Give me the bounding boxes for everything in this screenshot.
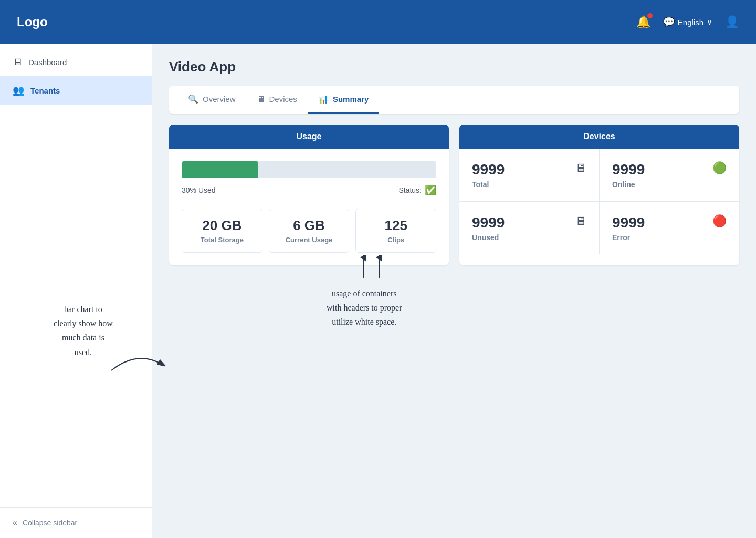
dashboard-icon: 🖥 [13, 57, 22, 68]
usage-card: Usage 30% Used Status: ✅ 20 GB [169, 125, 449, 265]
tab-overview[interactable]: 🔍 Overview [177, 86, 246, 114]
page-title: Video App [169, 59, 739, 75]
device-total-label: Total [472, 180, 505, 189]
device-stat-total: 9999 Total 🖥 [459, 149, 599, 201]
device-stat-online: 9999 Online 🟢 [600, 149, 739, 201]
main-content: Video App 🔍 Overview 🖥 Devices 📊 Summary… [152, 44, 756, 538]
annotation-bottom-arrow-1 [353, 255, 395, 281]
progress-bar-container [182, 161, 436, 178]
device-error-value: 9999 [612, 214, 645, 231]
user-avatar-icon[interactable]: 👤 [725, 15, 739, 29]
sidebar: 🖥 Dashboard 👥 Tenants « Collapse sidebar [0, 44, 152, 538]
usage-stats: 20 GB Total Storage 6 GB Current Usage 1… [182, 209, 436, 253]
device-online-value: 9999 [612, 161, 645, 178]
language-icon: 💬 [663, 16, 675, 28]
stat-box-current-usage: 6 GB Current Usage [269, 209, 350, 253]
status-text-label: Status: [398, 186, 422, 194]
device-stat-error: 9999 Error 🔴 [600, 202, 739, 254]
sidebar-item-tenants-label: Tenants [30, 86, 60, 95]
tab-devices-label: Devices [269, 95, 297, 104]
progress-info: 30% Used Status: ✅ [182, 184, 436, 196]
annotations-area: bar chart toclearly show howmuch data is… [169, 271, 739, 428]
collapse-sidebar-label: Collapse sidebar [23, 519, 77, 527]
chevron-down-icon: ∨ [707, 17, 712, 27]
device-stat-unused: 9999 Unused 🖥 [459, 202, 599, 254]
device-error-label: Error [612, 233, 645, 242]
notification-bell[interactable]: 🔔 [636, 15, 650, 29]
annotation-left-arrow [106, 339, 169, 381]
usage-card-header: Usage [169, 125, 449, 149]
progress-bar-fill [182, 161, 258, 178]
top-nav: Logo 🔔 💬 English ∨ 👤 [0, 0, 756, 44]
cards-row: Usage 30% Used Status: ✅ 20 GB [169, 125, 739, 265]
device-total-value: 9999 [472, 161, 505, 178]
app-layout: 🖥 Dashboard 👥 Tenants « Collapse sidebar… [0, 44, 756, 538]
device-unused-icon: 🖥 [575, 214, 586, 228]
status-badge: Status: ✅ [398, 184, 436, 196]
sidebar-item-tenants[interactable]: 👥 Tenants [0, 76, 152, 105]
annotation-left: bar chart toclearly show howmuch data is… [54, 302, 113, 359]
sidebar-item-dashboard[interactable]: 🖥 Dashboard [0, 48, 152, 76]
stat-box-total-storage: 20 GB Total Storage [182, 209, 262, 253]
stat-box-clips: 125 Clips [355, 209, 436, 253]
stat-current-usage-value: 6 GB [278, 218, 341, 234]
device-unused-value: 9999 [472, 214, 505, 231]
stat-current-usage-label: Current Usage [278, 236, 341, 244]
nav-right: 🔔 💬 English ∨ 👤 [636, 15, 739, 29]
stat-total-storage-label: Total Storage [191, 236, 254, 244]
device-total-icon: 🖥 [575, 161, 586, 175]
logo: Logo [17, 15, 48, 29]
device-stat-unused-content: 9999 Unused [472, 214, 505, 242]
status-ok-icon: ✅ [425, 184, 436, 196]
stat-clips-value: 125 [364, 218, 427, 234]
progress-percent-label: 30% Used [182, 186, 216, 194]
overview-tab-icon: 🔍 [188, 94, 198, 104]
stat-clips-label: Clips [364, 236, 427, 244]
tab-overview-label: Overview [203, 95, 236, 104]
language-label: English [678, 18, 704, 27]
collapse-icon: « [13, 518, 17, 527]
notification-badge [647, 13, 653, 18]
annotation-bottom: usage of containerswith headers to prope… [327, 286, 402, 329]
device-online-icon: 🟢 [712, 161, 727, 175]
collapse-sidebar-button[interactable]: « Collapse sidebar [0, 507, 152, 538]
device-stat-error-content: 9999 Error [612, 214, 645, 242]
stat-total-storage-value: 20 GB [191, 218, 254, 234]
tab-devices[interactable]: 🖥 Devices [246, 86, 308, 114]
device-online-label: Online [612, 180, 645, 189]
devices-card-header: Devices [459, 125, 739, 149]
sidebar-item-dashboard-label: Dashboard [28, 58, 67, 67]
device-stats-grid: 9999 Total 🖥 9999 Online 🟢 [459, 149, 739, 254]
device-stat-online-content: 9999 Online [612, 161, 645, 189]
device-unused-label: Unused [472, 233, 505, 242]
usage-card-body: 30% Used Status: ✅ 20 GB Total Storage 6… [169, 149, 449, 265]
tenants-icon: 👥 [13, 85, 24, 96]
device-stat-total-content: 9999 Total [472, 161, 505, 189]
summary-tab-icon: 📊 [318, 94, 329, 104]
tab-summary[interactable]: 📊 Summary [308, 86, 379, 114]
tab-summary-label: Summary [333, 95, 369, 104]
tabs-container: 🔍 Overview 🖥 Devices 📊 Summary [169, 86, 739, 114]
device-error-icon: 🔴 [712, 214, 727, 228]
language-selector[interactable]: 💬 English ∨ [663, 16, 712, 28]
devices-card: Devices 9999 Total 🖥 9999 On [459, 125, 739, 265]
devices-tab-icon: 🖥 [257, 95, 265, 104]
